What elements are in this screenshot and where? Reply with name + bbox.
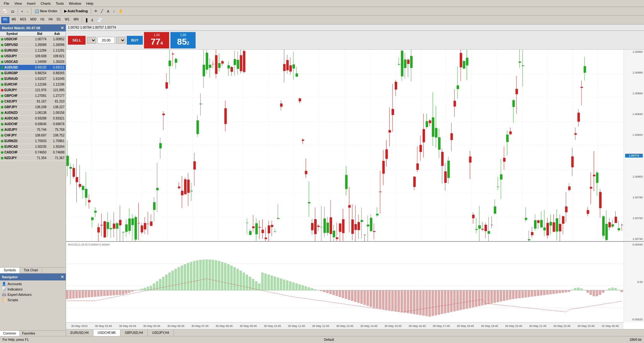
svg-rect-439 (193, 261, 196, 290)
sell-prefix: 1.00 (154, 33, 160, 37)
chart-tab[interactable]: EURUSD,H4 (66, 329, 93, 336)
buy-button[interactable]: BUY (127, 36, 143, 45)
mw-row[interactable]: AUDCHF 0.69646 0.69676 (0, 121, 66, 127)
tf-h4[interactable]: H4 (47, 17, 55, 23)
mw-columns-header: Symbol Bid Ask (0, 31, 66, 36)
svg-rect-325 (519, 62, 521, 63)
mw-row[interactable]: GBPCHF 1.27081 1.27177 (0, 93, 66, 99)
mw-row[interactable]: GBPJPY 138.208 138.227 (0, 104, 66, 110)
tf-d1[interactable]: D1 (55, 17, 63, 23)
mw-row[interactable]: AUDNZD 1.06138 1.06156 (0, 110, 66, 116)
mw-row[interactable]: USDCAD 1.34999 1.35026 (0, 59, 66, 65)
tab-symbols[interactable]: Symbols (0, 268, 20, 273)
autotrading-button[interactable]: ▶ AutoTrading (63, 8, 89, 15)
menubar: File View Insert Charts Tools Window Hel… (0, 0, 644, 7)
mw-row[interactable]: USDCHF 1.00774 1.00852 (0, 36, 66, 42)
mw-row[interactable]: EURUSD 1.11284 1.11291 (0, 48, 66, 53)
svg-rect-35 (69, 167, 72, 169)
line-chart-btn[interactable]: 📉 (96, 17, 103, 24)
symbol-dot (1, 112, 3, 114)
lot-input[interactable] (97, 37, 115, 44)
menu-view[interactable]: View (12, 1, 25, 6)
mw-row[interactable]: EURAUD 1.61027 1.61045 (0, 76, 66, 82)
macd-panel: MACD(12,26,9) 0.00004 0.00004 0.000450.0… (66, 241, 644, 329)
nav-item[interactable]: 👤 Accounts (1, 281, 65, 286)
mw-row[interactable]: CHFJPY 108.697 108.752 (0, 133, 66, 138)
tf-m15[interactable]: M15 (18, 17, 28, 23)
chart-tab[interactable]: GBPUSD,H4 (120, 329, 148, 336)
mw-row[interactable]: USDJPY 109.608 109.621 (0, 53, 66, 59)
svg-rect-167 (274, 231, 276, 232)
buy-price-main: 85 (177, 37, 187, 47)
mw-row[interactable]: AUDUSD 0.69105 0.69111 (0, 65, 66, 70)
navigator-close[interactable]: ✕ (61, 275, 64, 279)
mw-row[interactable]: EURJPY 121.976 121.995 (0, 87, 66, 93)
menu-tools[interactable]: Tools (53, 1, 66, 6)
mw-row[interactable]: EURCAD 1.50235 1.50264 (0, 144, 66, 150)
mw-row[interactable]: AUDCAD 0.93288 0.93321 (0, 116, 66, 121)
svg-rect-79 (138, 223, 140, 224)
svg-rect-43 (82, 186, 84, 190)
arrow-btn[interactable]: ↑ (112, 8, 117, 15)
mw-row[interactable]: GBPUSD 1.26089 1.26096 (0, 42, 66, 48)
symbol-bid: 0.93288 (30, 117, 47, 120)
mw-row[interactable]: EURCHF 1.12166 1.12196 (0, 82, 66, 87)
sell-dropdown[interactable] (87, 37, 96, 44)
mw-row[interactable]: CADCHF 0.74650 0.74688 (0, 150, 66, 155)
menu-charts[interactable]: Charts (38, 1, 53, 6)
text-btn[interactable]: A (105, 8, 111, 15)
hand-btn[interactable]: ✋ (117, 8, 125, 15)
svg-rect-65 (116, 223, 119, 229)
bar-chart-btn[interactable]: ▐ (83, 17, 89, 24)
tf-w1[interactable]: W1 (63, 17, 71, 23)
menu-window[interactable]: Window (66, 1, 84, 6)
buy-dropdown[interactable] (116, 37, 125, 44)
cross-btn[interactable]: ✛ (93, 8, 99, 15)
nav-item[interactable]: 🤖 Expert Advisors (1, 292, 65, 297)
mw-row[interactable]: CADJPY 81.167 81.210 (0, 99, 66, 104)
svg-rect-303 (485, 225, 487, 231)
nav-item[interactable]: 📜 Scripts (1, 297, 65, 302)
market-watch-close[interactable]: ✕ (61, 26, 64, 30)
menu-insert[interactable]: Insert (24, 1, 38, 6)
symbol-name: AUDCAD (4, 117, 30, 120)
mw-row[interactable]: NZDJPY 71.354 71.367 (0, 155, 66, 161)
menu-help[interactable]: Help (84, 1, 96, 6)
symbol-ask: 121.995 (48, 88, 66, 92)
sell-button[interactable]: SELL (68, 36, 86, 45)
line-btn[interactable]: ╱ (99, 8, 105, 15)
nav-tab-favorites[interactable]: Favorites (19, 331, 38, 336)
svg-rect-389 (618, 228, 620, 230)
mw-row[interactable]: EURNZD 1.70933 1.70961 (0, 138, 66, 144)
sep4 (91, 8, 91, 14)
chart-main[interactable]: 1.009001.008801.008601.008401.008201.007… (66, 50, 644, 241)
mw-row[interactable]: AUDJPY 75.744 75.758 (0, 127, 66, 133)
open-account-button[interactable]: 🗂 (9, 8, 16, 15)
svg-rect-455 (242, 273, 245, 290)
tf-h1[interactable]: H1 (39, 17, 47, 23)
svg-rect-434 (178, 267, 180, 290)
new-order-button[interactable]: 🔢 New Order (33, 8, 59, 15)
new-chart-button[interactable]: 📈 (1, 8, 9, 15)
zoom-in-button[interactable]: + (19, 8, 25, 15)
symbol-bid: 1.00774 (30, 37, 47, 41)
nav-item[interactable]: 📊 Indicators (1, 286, 65, 292)
svg-rect-400 (72, 290, 75, 298)
menu-file[interactable]: File (1, 1, 12, 6)
tf-m1[interactable]: M1 (1, 17, 9, 23)
svg-rect-528 (469, 290, 471, 308)
tf-mn[interactable]: MN (72, 17, 80, 23)
tab-tick-chart[interactable]: Tick Chart (20, 268, 42, 273)
svg-rect-327 (522, 65, 524, 66)
mw-row[interactable]: EURGBP 0.88254 0.88265 (0, 70, 66, 76)
svg-rect-463 (267, 274, 270, 290)
candle-chart-btn[interactable]: 🕯 (89, 17, 96, 24)
chart-tab[interactable]: USDCHF,M5 (93, 329, 120, 336)
status-help: For Help, press F1 (3, 338, 29, 341)
symbol-name: EURJPY (4, 88, 30, 92)
tf-m30[interactable]: M30 (28, 17, 38, 23)
tf-m5[interactable]: M5 (10, 17, 18, 23)
chart-tab[interactable]: USDJPY,H4 (148, 329, 174, 336)
nav-tab-common[interactable]: Common (0, 331, 19, 336)
zoom-out-button[interactable]: - (25, 8, 30, 15)
